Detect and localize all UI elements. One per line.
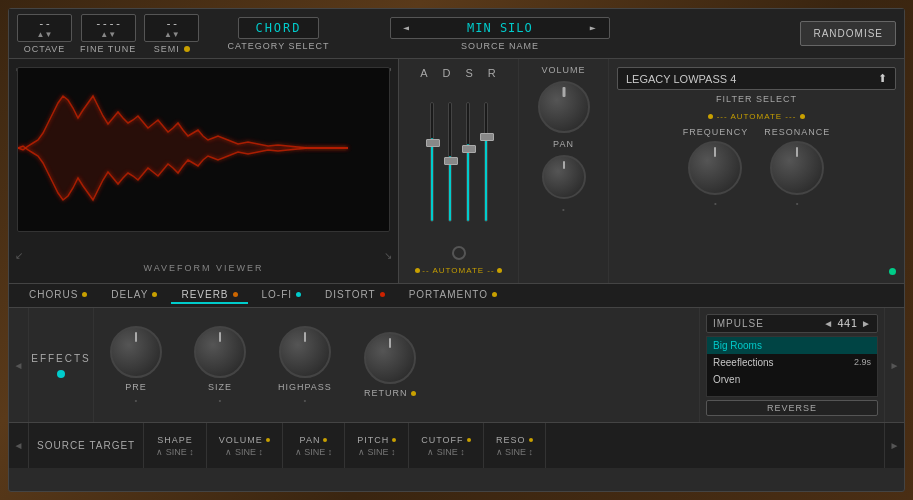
filter-section: LEGACY LOWPASS 4 ⬆ FILTER SELECT --- AUT… bbox=[609, 59, 904, 283]
reverb-item-bigrooms[interactable]: Big Rooms bbox=[707, 337, 877, 354]
fx-tab-distort[interactable]: DISTORT bbox=[315, 287, 395, 304]
adsr-thumb-a[interactable] bbox=[426, 139, 440, 147]
top-bar: -- ▲▼ OCTAVE ---- ▲▼ FINE TUNE -- ▲▼ SEM bbox=[9, 9, 904, 59]
volume-knob[interactable] bbox=[538, 81, 590, 133]
category-section: CHORD CATEGORY SELECT bbox=[207, 17, 349, 51]
pan-knob[interactable] bbox=[542, 155, 586, 199]
lfo-pitch-label: PITCH bbox=[357, 435, 389, 445]
reverb-list: Big Rooms Reeeflections 2.9s Orven bbox=[706, 336, 878, 397]
source-target-label: SOURCE TARGET bbox=[37, 440, 135, 451]
shape-icon: ∧ SINE ↕ bbox=[156, 447, 194, 457]
effects-tab-bar: CHORUS DELAY REVERB LO-FI DISTORT PORTAM… bbox=[9, 284, 904, 308]
automate-dot-left bbox=[415, 268, 420, 273]
fx-highpass-group: HIGHPASS • bbox=[278, 326, 332, 405]
adsr-slider-d[interactable] bbox=[448, 102, 452, 242]
source-label: SOURCE NAME bbox=[461, 41, 539, 51]
randomise-button[interactable]: RANDOMISE bbox=[800, 21, 896, 46]
adsr-slider-r[interactable] bbox=[484, 102, 488, 242]
lfo-pan-label: PAN bbox=[300, 435, 321, 445]
main-panel: -- ▲▼ OCTAVE ---- ▲▼ FINE TUNE -- ▲▼ SEM bbox=[8, 8, 905, 492]
wood-background: -- ▲▼ OCTAVE ---- ▲▼ FINE TUNE -- ▲▼ SEM bbox=[0, 0, 913, 500]
lfo-cutoff-label: CUTOFF bbox=[421, 435, 463, 445]
adsr-fill-a bbox=[431, 138, 433, 221]
corner-bl-arrow: ↙ bbox=[15, 250, 23, 261]
lfo-pan-title: PAN bbox=[300, 435, 328, 445]
resonance-knob[interactable] bbox=[770, 141, 824, 195]
lfo-pan-col: PAN ∧ SINE ↕ bbox=[283, 423, 346, 468]
source-arrow-right[interactable]: ► bbox=[590, 22, 597, 33]
corner-br-arrow: ↘ bbox=[384, 250, 392, 261]
reverb-orven-label: Orven bbox=[713, 374, 740, 385]
filter-select-display[interactable]: LEGACY LOWPASS 4 ⬆ bbox=[617, 67, 896, 90]
fx-size-knob[interactable] bbox=[194, 326, 246, 378]
category-label: CATEGORY SELECT bbox=[227, 41, 329, 51]
lfo-reso-shape: ∧ SINE ↕ bbox=[496, 447, 534, 457]
lfo-pan-shape: ∧ SINE ↕ bbox=[295, 447, 333, 457]
effects-left-arrow: ◄ bbox=[14, 360, 24, 371]
filter-automate: --- AUTOMATE --- bbox=[617, 112, 896, 121]
adsr-slider-a[interactable] bbox=[430, 102, 434, 242]
lfo-left-scroll[interactable]: ◄ bbox=[9, 423, 29, 468]
distort-dot bbox=[380, 292, 385, 297]
effects-led[interactable] bbox=[57, 370, 65, 378]
reverb-item-reeeflections[interactable]: Reeeflections 2.9s bbox=[707, 354, 877, 371]
semi-arrows: ▲▼ bbox=[164, 30, 180, 39]
fx-tab-reverb[interactable]: REVERB bbox=[171, 287, 247, 304]
adsr-thumb-d[interactable] bbox=[444, 157, 458, 165]
category-display[interactable]: CHORD bbox=[238, 17, 318, 39]
lofi-dot bbox=[296, 292, 301, 297]
lfo-right-scroll[interactable]: ► bbox=[884, 423, 904, 468]
fx-tab-delay[interactable]: DELAY bbox=[101, 287, 167, 304]
portamento-dot bbox=[492, 292, 497, 297]
chorus-dot bbox=[82, 292, 87, 297]
adsr-track-r bbox=[484, 102, 488, 222]
reverb-bigrooms-label: Big Rooms bbox=[713, 340, 762, 351]
lfo-pitch-col: PITCH ∧ SINE ↕ bbox=[345, 423, 409, 468]
fine-tune-spinner[interactable]: ---- ▲▼ bbox=[81, 14, 136, 42]
fx-tab-chorus[interactable]: CHORUS bbox=[19, 287, 97, 304]
semi-value: -- bbox=[165, 17, 178, 30]
reverb-item-orven[interactable]: Orven bbox=[707, 371, 877, 388]
reverb-arrow-right[interactable]: ► bbox=[861, 318, 871, 329]
adsr-thumb-r[interactable] bbox=[480, 133, 494, 141]
shape-label: SHAPE bbox=[157, 435, 193, 445]
filter-select-arrow: ⬆ bbox=[878, 72, 887, 85]
freq-dot: • bbox=[714, 199, 717, 208]
fx-pre-label-row: PRE bbox=[125, 382, 147, 392]
fx-return-knob[interactable] bbox=[364, 332, 416, 384]
adsr-slider-s[interactable] bbox=[466, 102, 470, 242]
adsr-sliders bbox=[430, 85, 488, 242]
effects-section: ◄ EFFECTS PRE • SIZE • bbox=[9, 308, 904, 423]
lfo-pitch-title: PITCH bbox=[357, 435, 396, 445]
fine-tune-value: ---- bbox=[95, 17, 122, 30]
filter-automate-dot-left bbox=[708, 114, 713, 119]
automate-label: -- AUTOMATE -- bbox=[415, 266, 501, 275]
bottom-lfo-bar: ◄ SOURCE TARGET SHAPE ∧ SINE ↕ VOLUME ∧ … bbox=[9, 423, 904, 468]
fx-pre-knob[interactable] bbox=[110, 326, 162, 378]
distort-label: DISTORT bbox=[325, 289, 376, 300]
fx-return-label-row: RETURN bbox=[364, 388, 416, 398]
octave-group: -- ▲▼ OCTAVE bbox=[17, 14, 72, 54]
frequency-knob[interactable] bbox=[688, 141, 742, 195]
adsr-s-label: S bbox=[466, 67, 474, 79]
fx-tab-lofi[interactable]: LO-FI bbox=[252, 287, 312, 304]
effects-main-label: EFFECTS bbox=[31, 353, 91, 364]
adsr-thumb-s[interactable] bbox=[462, 145, 476, 153]
source-arrow-left[interactable]: ◄ bbox=[403, 22, 410, 33]
effects-left-scroll[interactable]: ◄ bbox=[9, 308, 29, 422]
adsr-fill-s bbox=[467, 144, 469, 221]
semi-spinner[interactable]: -- ▲▼ bbox=[144, 14, 199, 42]
reverse-button[interactable]: REVERSE bbox=[706, 400, 878, 416]
reverb-arrow-left[interactable]: ◄ bbox=[823, 318, 833, 329]
semi-dot bbox=[184, 46, 190, 52]
octave-spinner[interactable]: -- ▲▼ bbox=[17, 14, 72, 42]
fx-highpass-label: HIGHPASS bbox=[278, 382, 332, 392]
pan-dot-indicator: • bbox=[562, 205, 565, 214]
reso-dot: • bbox=[796, 199, 799, 208]
adsr-bottom-circle bbox=[452, 246, 466, 260]
svg-marker-0 bbox=[18, 96, 348, 200]
adsr-fill-r bbox=[485, 133, 487, 222]
effects-right-scroll[interactable]: ► bbox=[884, 308, 904, 422]
fx-tab-portamento[interactable]: PORTAMENTO bbox=[399, 287, 507, 304]
fx-highpass-knob[interactable] bbox=[279, 326, 331, 378]
